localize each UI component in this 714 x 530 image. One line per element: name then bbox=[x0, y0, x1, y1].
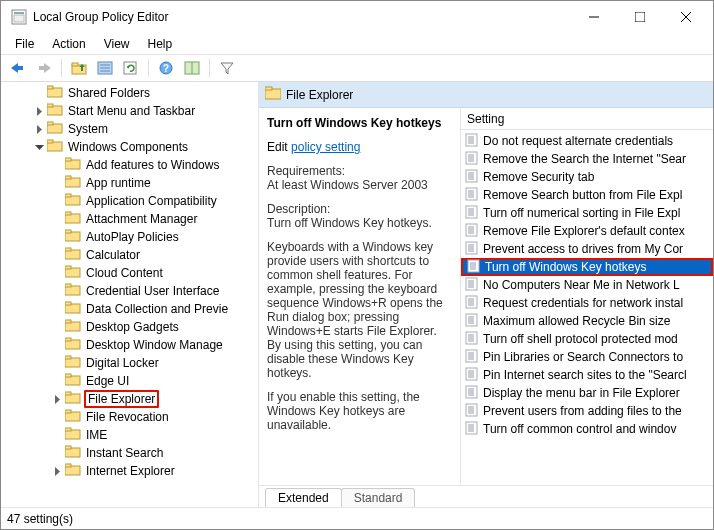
tree-item[interactable]: Instant Search bbox=[51, 444, 258, 462]
list-item[interactable]: Prevent users from adding files to the bbox=[461, 402, 713, 420]
expand-twisty[interactable] bbox=[51, 339, 63, 351]
folder-icon bbox=[65, 427, 81, 443]
tree-item[interactable]: Shared Folders bbox=[33, 84, 258, 102]
menu-action[interactable]: Action bbox=[44, 35, 93, 53]
tree-scroll[interactable]: Shared FoldersStart Menu and TaskbarSyst… bbox=[1, 82, 258, 507]
expand-twisty[interactable] bbox=[51, 285, 63, 297]
expand-twisty[interactable] bbox=[51, 375, 63, 387]
list-item[interactable]: Turn off shell protocol protected mod bbox=[461, 330, 713, 348]
options-icon[interactable] bbox=[181, 57, 203, 79]
up-icon[interactable] bbox=[68, 57, 90, 79]
list-item[interactable]: Turn off numerical sorting in File Expl bbox=[461, 204, 713, 222]
tree-item[interactable]: AutoPlay Policies bbox=[51, 228, 258, 246]
policy-title: Turn off Windows Key hotkeys bbox=[267, 116, 454, 130]
expand-twisty[interactable] bbox=[51, 249, 63, 261]
list-item[interactable]: Remove Search button from File Expl bbox=[461, 186, 713, 204]
tree-item[interactable]: System bbox=[33, 120, 258, 138]
tree-item[interactable]: File Explorer bbox=[51, 390, 258, 408]
tree-item[interactable]: IME bbox=[51, 426, 258, 444]
list-item[interactable]: Remove the Search the Internet "Sear bbox=[461, 150, 713, 168]
list-item[interactable]: Do not request alternate credentials bbox=[461, 132, 713, 150]
svg-marker-27 bbox=[37, 107, 42, 116]
folder-icon bbox=[47, 121, 63, 137]
tree-item[interactable]: Windows Components bbox=[33, 138, 258, 156]
tab-standard[interactable]: Standard bbox=[341, 488, 416, 507]
tree-item[interactable]: Application Compatibility bbox=[51, 192, 258, 210]
expand-twisty[interactable] bbox=[51, 447, 63, 459]
expand-twisty[interactable] bbox=[51, 195, 63, 207]
tree-item[interactable]: Desktop Gadgets bbox=[51, 318, 258, 336]
folder-icon bbox=[65, 355, 81, 371]
tree-item[interactable]: Start Menu and Taskbar bbox=[33, 102, 258, 120]
tree-item[interactable]: File Revocation bbox=[51, 408, 258, 426]
tree-item[interactable]: Data Collection and Previe bbox=[51, 300, 258, 318]
menu-file[interactable]: File bbox=[7, 35, 42, 53]
svg-text:?: ? bbox=[163, 63, 169, 74]
expand-twisty[interactable] bbox=[51, 303, 63, 315]
list-item[interactable]: Turn off common control and windov bbox=[461, 420, 713, 438]
folder-icon bbox=[265, 86, 281, 104]
expand-twisty[interactable] bbox=[33, 105, 45, 117]
list-item[interactable]: Pin Libraries or Search Connectors to bbox=[461, 348, 713, 366]
minimize-button[interactable] bbox=[571, 1, 617, 33]
policy-icon bbox=[465, 331, 479, 348]
expand-twisty[interactable] bbox=[51, 213, 63, 225]
maximize-button[interactable] bbox=[617, 1, 663, 33]
list-item[interactable]: No Computers Near Me in Network L bbox=[461, 276, 713, 294]
list-item[interactable]: Maximum allowed Recycle Bin size bbox=[461, 312, 713, 330]
expand-twisty[interactable] bbox=[51, 393, 63, 405]
tab-extended[interactable]: Extended bbox=[265, 488, 342, 507]
tree-label: Start Menu and Taskbar bbox=[66, 104, 197, 118]
list-item[interactable]: Remove Security tab bbox=[461, 168, 713, 186]
expand-twisty[interactable] bbox=[33, 141, 45, 153]
menu-help[interactable]: Help bbox=[140, 35, 181, 53]
list-item[interactable]: Remove File Explorer's default contex bbox=[461, 222, 713, 240]
tree-item[interactable]: Add features to Windows bbox=[51, 156, 258, 174]
expand-twisty[interactable] bbox=[51, 357, 63, 369]
edit-policy-link[interactable]: policy setting bbox=[291, 140, 360, 154]
svg-rect-91 bbox=[466, 188, 477, 200]
tree-item[interactable]: Digital Locker bbox=[51, 354, 258, 372]
svg-marker-30 bbox=[37, 125, 42, 134]
back-button[interactable] bbox=[7, 57, 29, 79]
settings-column-header[interactable]: Setting bbox=[461, 108, 713, 130]
expand-twisty[interactable] bbox=[51, 159, 63, 171]
tree-item[interactable]: Attachment Manager bbox=[51, 210, 258, 228]
tree-item[interactable]: Desktop Window Manage bbox=[51, 336, 258, 354]
toolbar: ? bbox=[1, 55, 713, 82]
tree-item[interactable]: Cloud Content bbox=[51, 264, 258, 282]
expand-twisty[interactable] bbox=[51, 231, 63, 243]
tree-item[interactable]: Edge UI bbox=[51, 372, 258, 390]
expand-twisty[interactable] bbox=[33, 123, 45, 135]
menu-view[interactable]: View bbox=[96, 35, 138, 53]
list-item-label: Pin Internet search sites to the "Searcl bbox=[483, 368, 687, 382]
expand-twisty[interactable] bbox=[51, 177, 63, 189]
expand-twisty[interactable] bbox=[51, 267, 63, 279]
list-item[interactable]: Request credentials for network instal bbox=[461, 294, 713, 312]
refresh-icon[interactable] bbox=[120, 57, 142, 79]
list-item[interactable]: Pin Internet search sites to the "Searcl bbox=[461, 366, 713, 384]
tree-item[interactable]: Credential User Interface bbox=[51, 282, 258, 300]
properties-icon[interactable] bbox=[94, 57, 116, 79]
tabs: Extended Standard bbox=[259, 485, 713, 507]
forward-button[interactable] bbox=[33, 57, 55, 79]
policy-icon bbox=[467, 259, 481, 276]
tree-item[interactable]: Internet Explorer bbox=[51, 462, 258, 480]
svg-rect-29 bbox=[47, 104, 53, 107]
expand-twisty[interactable] bbox=[33, 87, 45, 99]
list-item[interactable]: Turn off Windows Key hotkeys bbox=[461, 258, 713, 276]
settings-list-scroll[interactable]: Do not request alternate credentialsRemo… bbox=[461, 130, 713, 485]
expand-twisty[interactable] bbox=[51, 321, 63, 333]
list-item[interactable]: Display the menu bar in File Explorer bbox=[461, 384, 713, 402]
expand-twisty[interactable] bbox=[51, 411, 63, 423]
tree-item[interactable]: App runtime bbox=[51, 174, 258, 192]
close-button[interactable] bbox=[663, 1, 709, 33]
breadcrumb-label: File Explorer bbox=[286, 88, 353, 102]
expand-twisty[interactable] bbox=[51, 429, 63, 441]
expand-twisty[interactable] bbox=[51, 465, 63, 477]
list-item[interactable]: Prevent access to drives from My Cor bbox=[461, 240, 713, 258]
svg-rect-68 bbox=[65, 428, 71, 431]
tree-item[interactable]: Calculator bbox=[51, 246, 258, 264]
help-icon[interactable]: ? bbox=[155, 57, 177, 79]
filter-icon[interactable] bbox=[216, 57, 238, 79]
